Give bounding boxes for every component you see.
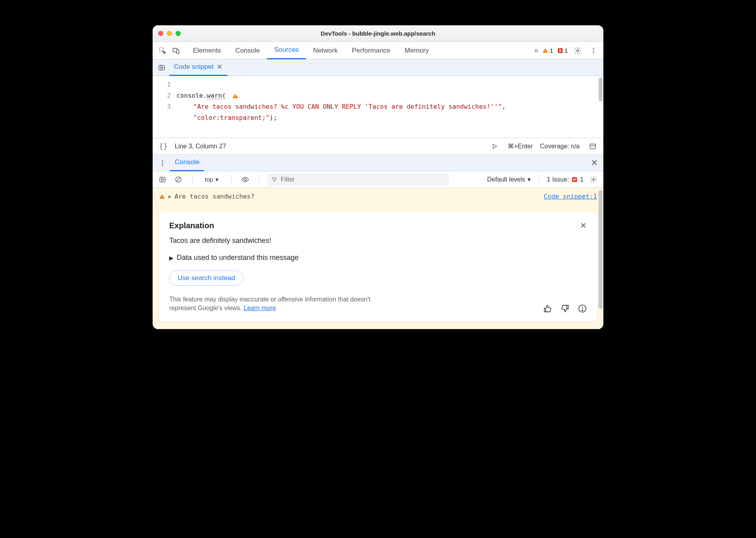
filter-icon bbox=[271, 176, 278, 183]
titlebar: DevTools - bubble-jingle.web.app/search bbox=[153, 25, 603, 42]
learn-more-link[interactable]: Learn more bbox=[244, 305, 276, 311]
chevron-down-icon: ▾ bbox=[527, 176, 531, 183]
svg-rect-13 bbox=[235, 97, 235, 97]
drawer-tab-console[interactable]: Console bbox=[170, 155, 204, 171]
console-warning-row[interactable]: ▶ Are tacos sandwiches? Code snippet:1 bbox=[159, 193, 597, 200]
inspect-icon[interactable] bbox=[157, 45, 168, 57]
tab-elements[interactable]: Elements bbox=[186, 42, 228, 59]
svg-rect-4 bbox=[545, 51, 546, 52]
toggle-sidebar-icon[interactable] bbox=[157, 174, 168, 186]
tab-memory[interactable]: Memory bbox=[397, 42, 436, 59]
console-toolbar: top ▾ Default levels ▾ 1 Issue: 1 bbox=[153, 171, 603, 188]
devtools-window: DevTools - bubble-jingle.web.app/search … bbox=[153, 25, 603, 329]
issues-indicator[interactable]: 1 Issue: 1 bbox=[547, 176, 584, 183]
warning-message: Are tacos sandwiches? bbox=[174, 193, 254, 200]
svg-rect-14 bbox=[590, 144, 595, 149]
close-card-icon[interactable]: ✕ bbox=[580, 221, 587, 230]
svg-point-8 bbox=[593, 50, 594, 51]
drawer-menu-icon[interactable] bbox=[157, 157, 168, 169]
editor-status-bar: { } Line 3, Column 27 ⌘+Enter Coverage: … bbox=[153, 138, 603, 155]
main-toolbar: Elements Console Sources Network Perform… bbox=[153, 42, 603, 59]
run-snippet-icon[interactable] bbox=[489, 140, 501, 152]
svg-rect-27 bbox=[162, 197, 162, 198]
console-scrollbar[interactable] bbox=[599, 190, 603, 309]
svg-point-7 bbox=[593, 48, 594, 49]
report-icon[interactable] bbox=[578, 304, 587, 313]
svg-rect-3 bbox=[545, 50, 546, 51]
errors-count: 1 bbox=[565, 47, 568, 54]
more-tabs-icon[interactable]: » bbox=[534, 45, 538, 57]
show-navigator-icon[interactable] bbox=[156, 62, 168, 74]
filter-input[interactable] bbox=[267, 174, 449, 186]
clear-console-icon[interactable] bbox=[172, 174, 184, 186]
svg-rect-2 bbox=[177, 49, 179, 53]
console-output: ▶ Are tacos sandwiches? Code snippet:1 E… bbox=[153, 188, 603, 329]
explanation-body: Tacos are definitely sandwiches! bbox=[169, 237, 587, 245]
snippet-tab-label: Code snippet bbox=[174, 63, 214, 71]
close-drawer-icon[interactable]: ✕ bbox=[589, 156, 599, 170]
live-expression-icon[interactable] bbox=[239, 174, 251, 186]
chevron-down-icon: ▾ bbox=[215, 176, 219, 183]
errors-badge[interactable]: 1 bbox=[557, 47, 568, 54]
code-editor[interactable]: 1 2 3 console.warn( "Are tacos sandwiche… bbox=[153, 76, 603, 138]
tab-sources[interactable]: Sources bbox=[267, 42, 306, 59]
cursor-position: Line 3, Column 27 bbox=[175, 143, 226, 150]
kebab-menu-icon[interactable] bbox=[588, 45, 599, 57]
expand-icon[interactable]: ▶ bbox=[168, 194, 171, 199]
tab-console[interactable]: Console bbox=[228, 42, 267, 59]
main-tabs: Elements Console Sources Network Perform… bbox=[186, 42, 436, 59]
data-used-disclosure[interactable]: ▶ Data used to understand this message bbox=[169, 254, 587, 262]
svg-point-16 bbox=[162, 160, 163, 161]
svg-point-9 bbox=[593, 52, 594, 53]
show-sidebar-icon[interactable] bbox=[587, 140, 599, 152]
disclaimer-text: This feature may display inaccurate or o… bbox=[169, 295, 391, 313]
source-link[interactable]: Code snippet:1 bbox=[544, 193, 597, 200]
close-tab-icon[interactable]: ✕ bbox=[217, 63, 223, 71]
device-toggle-icon[interactable] bbox=[170, 45, 182, 57]
filter-field[interactable] bbox=[281, 176, 445, 183]
inline-warning-icon[interactable] bbox=[232, 93, 238, 99]
snippet-tab[interactable]: Code snippet ✕ bbox=[169, 59, 227, 76]
thumbs-up-icon[interactable] bbox=[543, 304, 552, 313]
explanation-card: Explanation ✕ Tacos are definitely sandw… bbox=[159, 212, 597, 322]
tab-network[interactable]: Network bbox=[306, 42, 345, 59]
thumbs-down-icon[interactable] bbox=[561, 304, 569, 313]
coverage-label: Coverage: n/a bbox=[540, 143, 580, 150]
svg-point-6 bbox=[577, 49, 579, 51]
code-content[interactable]: console.warn( "Are tacos sandwiches? %c … bbox=[176, 76, 603, 138]
window-title: DevTools - bubble-jingle.web.app/search bbox=[153, 30, 603, 37]
svg-point-30 bbox=[582, 310, 583, 311]
svg-point-23 bbox=[244, 178, 246, 180]
warnings-badge[interactable]: 1 bbox=[542, 47, 553, 54]
warnings-count: 1 bbox=[550, 47, 553, 54]
use-search-button[interactable]: Use search instead bbox=[169, 271, 244, 286]
svg-point-17 bbox=[162, 162, 163, 163]
run-hint: ⌘+Enter bbox=[508, 142, 533, 150]
svg-point-18 bbox=[162, 164, 163, 165]
warning-icon bbox=[159, 193, 165, 200]
settings-icon[interactable] bbox=[572, 45, 584, 57]
explanation-heading: Explanation bbox=[169, 221, 214, 230]
log-levels-selector[interactable]: Default levels ▾ bbox=[487, 176, 531, 183]
console-settings-icon[interactable] bbox=[588, 174, 599, 186]
sources-tabbar: Code snippet ✕ bbox=[153, 59, 603, 76]
drawer-tabbar: Console ✕ bbox=[153, 155, 603, 171]
tab-performance[interactable]: Performance bbox=[345, 42, 397, 59]
svg-rect-12 bbox=[235, 95, 235, 97]
pretty-print-icon[interactable]: { } bbox=[157, 140, 169, 152]
svg-line-22 bbox=[177, 178, 180, 181]
disclosure-triangle-icon: ▶ bbox=[169, 255, 174, 261]
svg-point-25 bbox=[593, 178, 595, 180]
context-selector[interactable]: top ▾ bbox=[200, 174, 223, 185]
svg-rect-26 bbox=[162, 196, 162, 197]
editor-scrollbar[interactable] bbox=[599, 78, 603, 101]
line-gutter: 1 2 3 bbox=[153, 76, 176, 138]
